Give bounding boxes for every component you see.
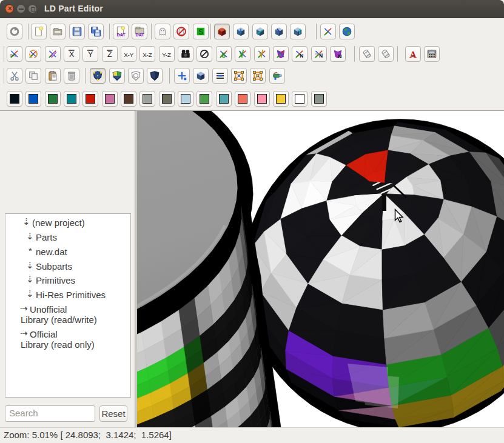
svg-text:N: N — [300, 53, 303, 59]
svg-text:(0,0): (0,0) — [10, 53, 16, 57]
svg-text:A: A — [410, 50, 417, 59]
svg-text:N: N — [338, 53, 341, 59]
svg-text:S: S — [198, 28, 203, 36]
svg-text:Z: Z — [107, 50, 112, 59]
svg-text:X-Y: X-Y — [124, 52, 134, 58]
svg-text:X-Z: X-Z — [143, 52, 152, 58]
svg-text:Y-Z: Y-Z — [162, 52, 171, 58]
svg-text:DAT: DAT — [116, 32, 126, 37]
svg-text:DAT: DAT — [135, 32, 144, 37]
svg-text:Y: Y — [88, 50, 93, 59]
svg-text:X: X — [69, 50, 74, 59]
svg-text:S: S — [221, 52, 226, 59]
